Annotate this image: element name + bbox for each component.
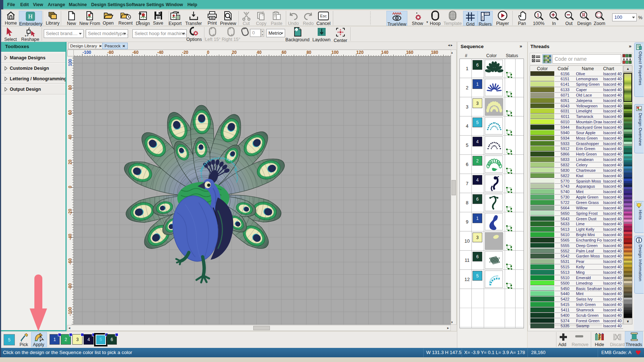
svg-text:Esc: Esc [320, 14, 327, 18]
svg-text:1: 1 [537, 13, 539, 18]
svg-text:H: H [28, 13, 33, 20]
